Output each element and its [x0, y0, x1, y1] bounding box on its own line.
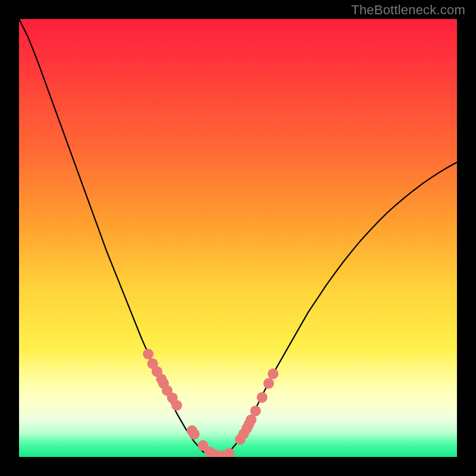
plot-area — [19, 19, 457, 457]
data-dot — [264, 378, 274, 389]
chart-svg — [19, 19, 457, 457]
data-dot — [143, 349, 154, 359]
gradient-background — [19, 19, 457, 457]
data-dot — [256, 392, 267, 403]
data-dot — [189, 429, 199, 440]
watermark-text: TheBottleneck.com — [351, 2, 465, 18]
data-dot — [250, 406, 261, 416]
chart-container: TheBottleneck.com — [0, 0, 476, 476]
data-dot — [268, 368, 278, 379]
data-dot — [171, 400, 182, 411]
